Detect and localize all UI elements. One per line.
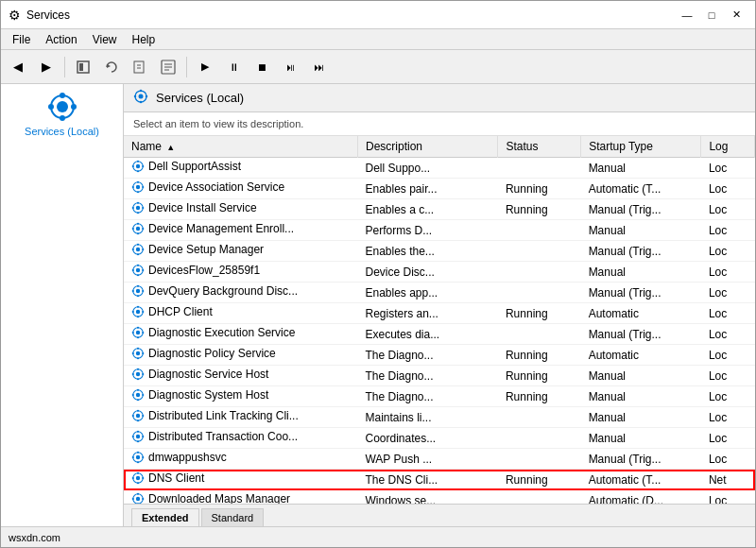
export-button[interactable] <box>127 54 153 80</box>
svg-point-98 <box>132 415 134 417</box>
svg-point-37 <box>137 212 139 214</box>
svg-point-77 <box>136 351 140 355</box>
service-row-icon <box>131 180 145 194</box>
next-button[interactable]: ⏭ <box>305 54 332 80</box>
service-startup-cell: Automatic <box>581 303 701 324</box>
restart-button[interactable]: ⏯ <box>277 54 303 80</box>
svg-point-44 <box>132 228 134 230</box>
show-hide-button[interactable] <box>70 54 96 80</box>
svg-point-51 <box>142 248 144 250</box>
service-name-cell: Distributed Transaction Coo... <box>124 428 357 449</box>
table-row[interactable]: Diagnostic System HostThe Diagno...Runni… <box>124 386 755 407</box>
svg-point-78 <box>137 348 139 350</box>
table-header-row: Name ▲ Description Status Startup Type <box>124 136 755 158</box>
close-button[interactable]: ✕ <box>725 6 747 25</box>
tabs-bar: Extended Standard <box>124 504 755 526</box>
svg-point-41 <box>136 227 140 231</box>
table-row[interactable]: Device Setup ManagerEnables the...Manual… <box>124 241 755 262</box>
menu-help[interactable]: Help <box>125 31 163 48</box>
service-name-content: DNS Client <box>131 471 204 485</box>
service-status-cell <box>498 407 581 428</box>
svg-point-50 <box>132 248 134 250</box>
service-startup-cell: Manual <box>581 386 701 407</box>
table-row[interactable]: DHCP ClientRegisters an...RunningAutomat… <box>124 303 755 324</box>
service-name-cell: DevicesFlow_25859f1 <box>124 262 357 283</box>
table-row[interactable]: Diagnostic Policy ServiceThe Diagno...Ru… <box>124 345 755 366</box>
back-button[interactable]: ◀ <box>5 54 31 80</box>
main-window: ⚙ Services — □ ✕ File Action View Help ◀… <box>0 0 756 548</box>
service-desc-cell: Coordinates... <box>357 428 497 449</box>
service-desc-cell: WAP Push ... <box>357 449 497 470</box>
service-status-cell <box>498 158 581 179</box>
service-name-cell: Device Install Service <box>124 199 357 220</box>
svg-point-97 <box>137 420 139 421</box>
svg-point-24 <box>137 161 139 163</box>
table-row[interactable]: dmwappushsvcWAP Push ...Manual (Trig...L… <box>124 449 755 470</box>
pause-button[interactable]: ⏸ <box>220 54 247 80</box>
service-startup-cell: Automatic (D... <box>581 490 701 505</box>
service-logon-cell: Loc <box>701 262 755 283</box>
services-table-container[interactable]: Name ▲ Description Status Startup Type <box>124 136 755 504</box>
service-status-cell <box>498 220 581 241</box>
svg-point-20 <box>134 95 137 98</box>
service-name-content: Device Setup Manager <box>131 243 264 256</box>
table-row[interactable]: Diagnostic Execution ServiceExecutes dia… <box>124 324 755 345</box>
table-row[interactable]: Device Install ServiceEnables a c...Runn… <box>124 199 755 220</box>
minimize-button[interactable]: — <box>676 6 698 25</box>
svg-point-19 <box>140 101 143 104</box>
table-row[interactable]: DevicesFlow_25859f1Device Disc...ManualL… <box>124 262 755 283</box>
service-name-cell: Diagnostic Service Host <box>124 366 357 386</box>
service-logon-cell: Loc <box>701 407 755 428</box>
table-row[interactable]: Distributed Transaction Coo...Coordinate… <box>124 428 755 449</box>
menu-view[interactable]: View <box>85 31 125 48</box>
service-desc-cell: The Diagno... <box>357 345 497 366</box>
svg-point-90 <box>137 389 139 391</box>
tab-standard[interactable]: Standard <box>201 508 265 526</box>
table-row[interactable]: Dell SupportAssistDell Suppo...ManualLoc <box>124 158 755 179</box>
service-status-cell <box>498 449 581 470</box>
service-name-cell: Diagnostic Execution Service <box>124 324 357 345</box>
refresh-button[interactable] <box>98 54 125 80</box>
service-desc-cell: Windows se... <box>357 490 497 505</box>
col-header-name[interactable]: Name ▲ <box>124 136 357 158</box>
service-logon-cell: Loc <box>701 324 755 345</box>
menu-action[interactable]: Action <box>38 31 84 48</box>
col-header-startup[interactable]: Startup Type <box>581 136 701 158</box>
service-startup-cell: Manual (Trig... <box>581 324 701 345</box>
svg-point-49 <box>137 253 139 255</box>
svg-point-59 <box>136 289 140 293</box>
svg-point-92 <box>132 394 134 396</box>
main-panel: Services (Local) Select an item to view … <box>124 84 755 526</box>
service-name-content: Diagnostic Execution Service <box>131 326 295 339</box>
menu-file[interactable]: File <box>5 31 38 48</box>
table-row[interactable]: Device Management Enroll...Performs D...… <box>124 220 755 241</box>
maximize-button[interactable]: □ <box>700 6 723 25</box>
table-row[interactable]: DNS ClientThe DNS Cli...RunningAutomatic… <box>124 470 755 490</box>
services-table-body: Dell SupportAssistDell Suppo...ManualLoc… <box>124 158 755 505</box>
service-desc-cell: Maintains li... <box>357 407 497 428</box>
service-name-content: Diagnostic Service Host <box>131 368 268 381</box>
table-row[interactable]: DevQuery Background Disc...Enables app..… <box>124 283 755 303</box>
tab-extended[interactable]: Extended <box>131 508 199 526</box>
service-row-icon <box>131 201 145 214</box>
table-row[interactable]: Device Association ServiceEnables pair..… <box>124 179 755 199</box>
svg-point-25 <box>137 170 139 172</box>
svg-point-105 <box>142 436 144 437</box>
col-header-logon[interactable]: Log <box>701 136 755 158</box>
services-table: Name ▲ Description Status Startup Type <box>124 136 755 504</box>
stop-button[interactable]: ⏹ <box>249 54 275 80</box>
service-startup-cell: Manual <box>581 220 701 241</box>
svg-marker-2 <box>107 64 111 68</box>
table-row[interactable]: Distributed Link Tracking Cli...Maintain… <box>124 407 755 428</box>
service-status-cell: Running <box>498 345 581 366</box>
start-button[interactable]: ▶ <box>192 54 218 80</box>
service-row-icon <box>131 160 145 173</box>
svg-rect-1 <box>79 63 83 71</box>
forward-button[interactable]: ▶ <box>33 54 60 80</box>
table-row[interactable]: Downloaded Maps ManagerWindows se...Auto… <box>124 490 755 505</box>
table-row[interactable]: Diagnostic Service HostThe Diagno...Runn… <box>124 366 755 386</box>
col-header-description[interactable]: Description <box>357 136 497 158</box>
col-header-status[interactable]: Status <box>498 136 581 158</box>
sidebar-label[interactable]: Services (Local) <box>25 126 99 137</box>
properties-button[interactable] <box>155 54 181 80</box>
